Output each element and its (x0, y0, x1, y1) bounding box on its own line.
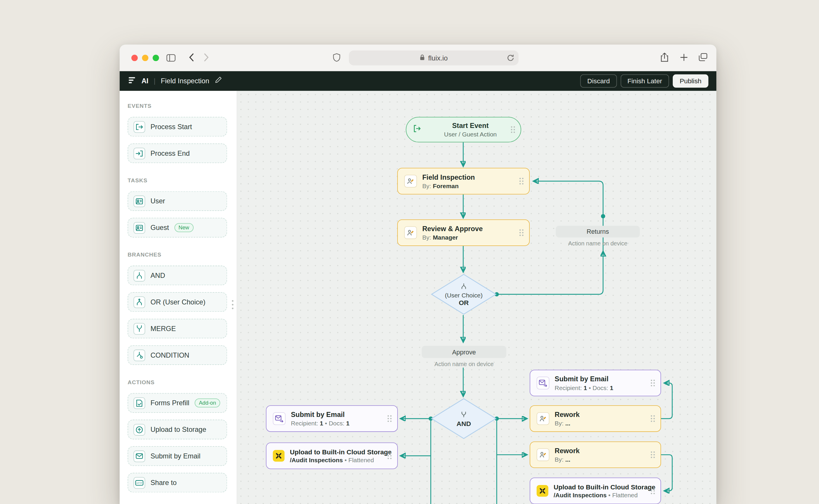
drag-handle-icon[interactable] (651, 415, 655, 422)
sidebar-item-submit-by-email[interactable]: Submit by Email (127, 446, 227, 466)
sidebar-item-process-end[interactable]: Process End (127, 143, 227, 163)
user-task-icon (133, 195, 145, 207)
user-task-icon (404, 226, 417, 239)
node-subtitle: By: Foreman (422, 183, 475, 189)
and-branch-icon (133, 270, 145, 281)
sidebar-toggle-icon[interactable] (166, 54, 175, 61)
node-upload-cloud-storage-left[interactable]: Upload to Built-in Cloud Storage /Audit … (266, 443, 398, 469)
node-subtitle: By: ... (554, 456, 579, 463)
drag-handle-icon[interactable] (651, 451, 655, 459)
palette-sidebar: EVENTS Process Start Process End TASKS (120, 91, 237, 504)
url-text: fluix.io (428, 54, 448, 62)
publish-button[interactable]: Publish (673, 75, 709, 88)
close-window-button[interactable] (131, 55, 138, 61)
guest-task-icon (133, 222, 145, 233)
edit-title-icon[interactable] (215, 76, 223, 86)
sidebar-item-condition[interactable]: CONDITION (127, 345, 227, 365)
drag-handle-icon[interactable] (387, 415, 392, 422)
drag-handle-icon[interactable] (519, 229, 524, 237)
user-task-icon (537, 448, 549, 461)
node-field-inspection[interactable]: Field Inspection By: Foreman (397, 168, 530, 195)
sidebar-item-process-start[interactable]: Process Start (127, 117, 227, 136)
lock-icon (420, 54, 425, 62)
or-label-line2: OR (459, 299, 469, 306)
share-icon[interactable] (661, 53, 668, 62)
merge-branch-icon (133, 323, 145, 335)
node-rework-2[interactable]: Rework By: ... (530, 441, 661, 468)
connection-port[interactable] (601, 214, 605, 219)
connection-label-approve[interactable]: Approve (422, 346, 506, 358)
section-branches: BRANCHES AND OR (User Choice) (127, 251, 237, 365)
node-subtitle: /Audit Inspections • Flattened (290, 457, 392, 463)
node-review-approve[interactable]: Review & Approve By: Manager (397, 219, 530, 246)
node-title: Review & Approve (422, 225, 483, 233)
sidebar-item-user[interactable]: User (127, 191, 227, 211)
drag-handle-icon[interactable] (651, 379, 655, 387)
svg-text:HTTP: HTTP (136, 482, 142, 484)
privacy-shield-icon[interactable] (333, 53, 340, 62)
traffic-lights (131, 55, 159, 61)
workspace-name: AI (141, 77, 148, 85)
sidebar-item-merge[interactable]: MERGE (127, 319, 227, 338)
cloud-storage-icon (537, 485, 548, 497)
zoom-window-button[interactable] (153, 55, 159, 61)
section-events: EVENTS Process Start Process End (127, 103, 237, 163)
node-submit-by-email-left[interactable]: Submit by Email Recipient: 1 • Docs: 1 (266, 405, 398, 432)
node-start-event[interactable]: Start Event User / Guest Action (406, 117, 521, 142)
connection-label-returns[interactable]: Returns (556, 226, 640, 238)
sidebar-item-and[interactable]: AND (127, 266, 227, 285)
drag-handle-icon[interactable] (519, 177, 524, 185)
sidebar-item-or[interactable]: OR (User Choice) (127, 292, 227, 312)
minimize-window-button[interactable] (142, 55, 148, 61)
node-title: Rework (554, 447, 579, 455)
section-label: ACTIONS (127, 379, 237, 386)
node-subtitle: Recipient: 1 • Docs: 1 (291, 420, 350, 427)
node-upload-cloud-storage-right[interactable]: Upload to Built-in Cloud Storage /Audit … (530, 478, 661, 504)
or-branch-icon (133, 296, 145, 308)
tab-overview-icon[interactable] (699, 53, 707, 61)
browser-window: fluix.io AI | Field Inspection (120, 45, 716, 504)
forward-icon[interactable] (203, 53, 209, 62)
email-send-icon (273, 412, 286, 425)
node-rework-1[interactable]: Rework By: ... (530, 405, 661, 432)
header-actions: Discard Finish Later Publish (580, 75, 709, 88)
section-label: BRANCHES (127, 251, 237, 258)
browser-toolbar: fluix.io (120, 45, 716, 71)
workflow-canvas[interactable]: Start Event User / Guest Action Field In… (237, 91, 716, 504)
connection-caption-approve: Action name on device (422, 361, 506, 367)
node-title: Field Inspection (422, 173, 475, 181)
address-bar[interactable]: fluix.io (349, 51, 519, 65)
finish-later-button[interactable]: Finish Later (621, 75, 669, 88)
new-badge: New (174, 223, 193, 232)
drag-handle-icon[interactable] (387, 452, 392, 460)
email-icon (133, 450, 145, 462)
desktop: fluix.io AI | Field Inspection (0, 0, 819, 504)
node-title: Upload to Built-in Cloud Storage (554, 483, 656, 491)
node-subtitle: User / Guest Action (444, 131, 497, 138)
sidebar-item-share-to[interactable]: HTTP Share to (127, 473, 227, 492)
sidebar-item-upload-to-storage[interactable]: Upload to Storage (127, 420, 227, 439)
node-title: Submit by Email (554, 375, 613, 383)
node-subtitle: /Audit Inspections • Flattened (554, 492, 656, 498)
node-and-branch[interactable]: AND (431, 398, 497, 439)
sidebar-item-forms-prefill[interactable]: Forms Prefill Add-on (127, 393, 227, 413)
new-tab-icon[interactable] (680, 54, 687, 61)
back-icon[interactable] (189, 53, 194, 62)
node-submit-by-email-right[interactable]: Submit by Email Recipient: 1 • Docs: 1 (530, 370, 661, 396)
sidebar-resize-handle[interactable] (230, 300, 235, 309)
email-send-icon (537, 377, 549, 389)
node-subtitle: Recipient: 1 • Docs: 1 (554, 385, 613, 391)
node-title: Start Event (452, 122, 489, 130)
node-title: Submit by Email (291, 411, 350, 419)
discard-button[interactable]: Discard (580, 75, 617, 88)
reload-icon[interactable] (507, 54, 514, 63)
connection-caption-returns: Action name on device (556, 240, 640, 247)
start-event-icon (413, 124, 421, 135)
or-label-line1: (User Choice) (445, 292, 483, 299)
node-or-branch[interactable]: (User Choice) OR (431, 273, 497, 315)
drag-handle-icon[interactable] (651, 487, 655, 495)
sidebar-item-guest[interactable]: Guest New (127, 218, 227, 237)
section-tasks: TASKS User Guest New (127, 177, 237, 237)
drag-handle-icon[interactable] (510, 126, 515, 134)
forms-prefill-icon (133, 397, 145, 409)
